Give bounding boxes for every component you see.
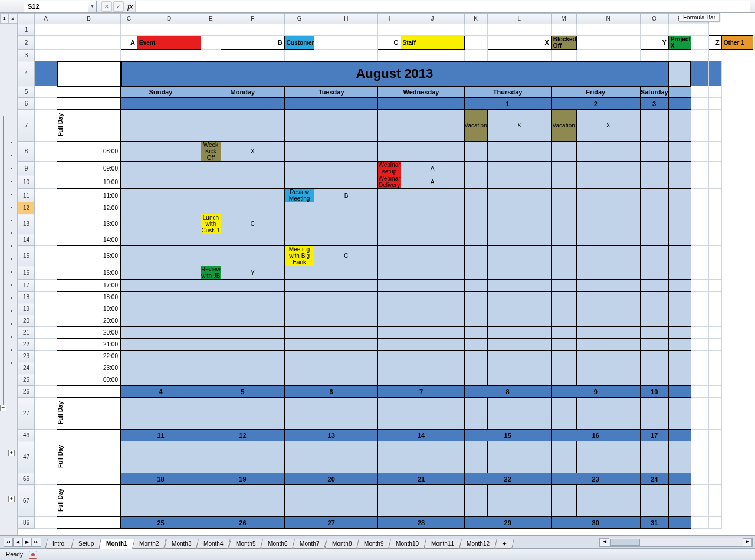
formula-bar-row: S12 ▼ ✕ ✓ fx bbox=[0, 0, 755, 13]
row-header[interactable]: 66 bbox=[18, 473, 35, 485]
sheet-tab-month6[interactable]: Month6 bbox=[260, 539, 295, 549]
row-header[interactable]: 2 bbox=[18, 36, 35, 50]
row-header[interactable]: 27 bbox=[18, 398, 35, 430]
outline-level-1[interactable]: 1 bbox=[0, 13, 9, 24]
col-header[interactable]: G bbox=[284, 14, 314, 24]
row-header[interactable]: 6 bbox=[18, 98, 35, 110]
name-box-dropdown[interactable]: ▼ bbox=[88, 1, 97, 12]
row-header[interactable]: 15 bbox=[18, 246, 35, 266]
row-header[interactable]: 14 bbox=[18, 234, 35, 246]
row-header[interactable]: 21 bbox=[18, 327, 35, 339]
row-header[interactable]: 86 bbox=[18, 517, 35, 529]
col-header[interactable]: C bbox=[121, 14, 137, 24]
col-header[interactable]: B bbox=[57, 14, 121, 24]
row-header[interactable]: 7 bbox=[18, 110, 35, 142]
sheet-tab-month5[interactable]: Month5 bbox=[228, 539, 263, 549]
formula-input[interactable] bbox=[135, 1, 750, 12]
cancel-formula-icon[interactable]: ✕ bbox=[101, 1, 112, 12]
col-header[interactable]: D bbox=[137, 14, 201, 24]
row-header[interactable]: 22 bbox=[18, 339, 35, 351]
row-header[interactable]: 4 bbox=[18, 61, 35, 86]
scroll-left-icon[interactable]: ◀ bbox=[600, 538, 609, 546]
col-header[interactable]: A bbox=[35, 14, 57, 24]
row-header[interactable]: 5 bbox=[18, 86, 35, 98]
sheet-tab-month4[interactable]: Month4 bbox=[196, 539, 231, 549]
scroll-thumb[interactable] bbox=[610, 539, 640, 546]
col-header[interactable]: N bbox=[576, 14, 640, 24]
row-header[interactable]: 17 bbox=[18, 280, 35, 292]
sheet-tab-month8[interactable]: Month8 bbox=[324, 539, 359, 549]
enter-formula-icon[interactable]: ✓ bbox=[113, 1, 124, 12]
outline-collapse-1[interactable]: − bbox=[0, 405, 6, 411]
row-header[interactable]: 1 bbox=[18, 24, 35, 36]
col-header[interactable]: E bbox=[201, 14, 221, 24]
sheet-tab-month7[interactable]: Month7 bbox=[293, 539, 327, 549]
col-header[interactable]: O bbox=[640, 14, 668, 24]
sheet-tab-month11[interactable]: Month11 bbox=[424, 539, 462, 549]
outline-expand-2[interactable]: + bbox=[8, 496, 15, 502]
row-header[interactable]: 20 bbox=[18, 315, 35, 327]
macro-record-icon[interactable] bbox=[29, 551, 37, 559]
tab-nav-next[interactable]: ▶ bbox=[22, 538, 32, 547]
row-header[interactable]: 12 bbox=[18, 202, 35, 214]
status-bar: Ready bbox=[0, 548, 755, 560]
row-header[interactable]: 46 bbox=[18, 430, 35, 441]
col-header[interactable]: F bbox=[221, 14, 284, 24]
outline-level-2[interactable]: 2 bbox=[9, 13, 18, 24]
row-header[interactable]: 26 bbox=[18, 386, 35, 398]
outline-pane[interactable]: 1 2 bbox=[0, 13, 18, 535]
row-header[interactable]: 23 bbox=[18, 351, 35, 362]
calendar-title: August 2013 bbox=[121, 61, 669, 86]
horizontal-scrollbar[interactable]: ◀ ▶ bbox=[599, 538, 753, 547]
row-header[interactable]: 18 bbox=[18, 292, 35, 303]
tab-nav-first[interactable]: ⏮ bbox=[4, 538, 13, 547]
row-header[interactable]: 47 bbox=[18, 441, 35, 473]
col-header[interactable]: J bbox=[401, 14, 464, 24]
new-sheet-icon[interactable]: ✦ bbox=[494, 539, 514, 549]
row-header[interactable]: 10 bbox=[18, 175, 35, 189]
sheet-tab-month12[interactable]: Month12 bbox=[459, 539, 497, 549]
spreadsheet-grid[interactable]: ABCDEFGHIJKLMNOPQ12AEventBCustomerCStaff… bbox=[18, 13, 755, 535]
sheet-tab-setup[interactable]: Setup bbox=[71, 539, 101, 549]
col-header[interactable]: M bbox=[551, 14, 576, 24]
col-header[interactable]: K bbox=[464, 14, 487, 24]
row-header[interactable]: 67 bbox=[18, 485, 35, 517]
tab-nav-last[interactable]: ⏭ bbox=[32, 538, 41, 547]
row-header[interactable]: 8 bbox=[18, 142, 35, 162]
row-header[interactable]: 19 bbox=[18, 303, 35, 315]
sheet-tab-month1[interactable]: Month1 bbox=[99, 539, 134, 549]
col-header[interactable]: H bbox=[314, 14, 378, 24]
sheet-tab-bar: ⏮ ◀ ▶ ⏭ Intro.SetupMonth1Month2Month3Mon… bbox=[0, 535, 755, 548]
row-header[interactable]: 9 bbox=[18, 162, 35, 175]
sheet-tab-intro.[interactable]: Intro. bbox=[45, 539, 73, 549]
row-header[interactable]: 24 bbox=[18, 362, 35, 374]
sheet-tab-month10[interactable]: Month10 bbox=[389, 539, 426, 549]
select-all-cell[interactable] bbox=[18, 14, 35, 24]
name-box[interactable]: S12 bbox=[24, 1, 88, 12]
row-header[interactable]: 16 bbox=[18, 266, 35, 280]
scroll-right-icon[interactable]: ▶ bbox=[743, 538, 752, 546]
status-text: Ready bbox=[6, 551, 23, 558]
col-header[interactable]: I bbox=[378, 14, 401, 24]
col-header[interactable]: L bbox=[487, 14, 551, 24]
formula-bar-tooltip: Formula Bar bbox=[679, 13, 720, 22]
row-header[interactable]: 25 bbox=[18, 374, 35, 386]
sheet-tab-month3[interactable]: Month3 bbox=[164, 539, 199, 549]
tab-nav-prev[interactable]: ◀ bbox=[13, 538, 22, 547]
outline-expand-1[interactable]: + bbox=[8, 450, 15, 456]
row-header[interactable]: 13 bbox=[18, 214, 35, 234]
sheet-tab-month2[interactable]: Month2 bbox=[132, 539, 167, 549]
sheet-tab-month9[interactable]: Month9 bbox=[356, 539, 391, 549]
row-header[interactable]: 11 bbox=[18, 189, 35, 202]
row-header[interactable]: 3 bbox=[18, 50, 35, 61]
fx-icon[interactable]: fx bbox=[127, 2, 133, 11]
